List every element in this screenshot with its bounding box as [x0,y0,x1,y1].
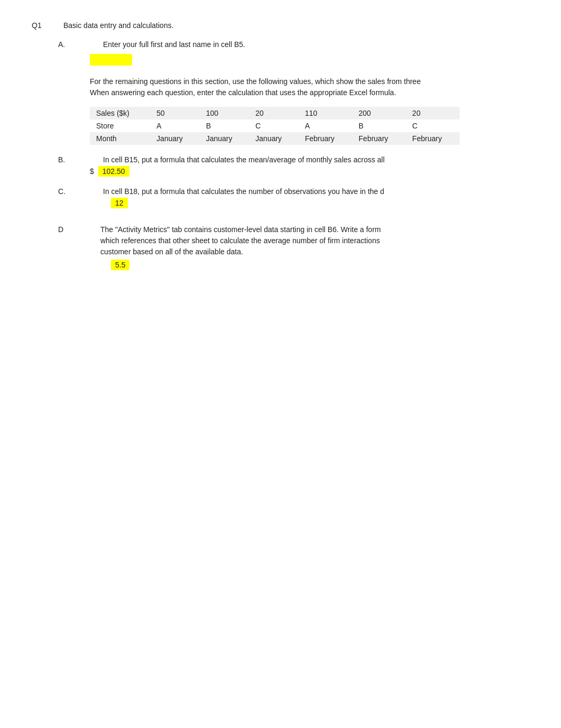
table-cell: 100 [200,107,249,119]
description-line2: When answering each question, enter the … [90,87,529,98]
part-a-highlight [90,54,132,66]
table-row-month: Month January January January February F… [90,132,460,145]
table-cell: B [200,119,249,132]
part-b-label: B. [58,155,71,164]
table-cell: B [352,119,406,132]
table-cell: February [406,132,460,145]
part-d-text: The "Activity Metrics" tab contains cust… [100,224,381,257]
table-label-month: Month [90,132,150,145]
part-c-value: 12 [111,198,128,208]
part-b-dollar: $ [90,167,94,176]
question-description: Basic data entry and calculations. [63,21,174,30]
part-a-row: A. Enter your full first and last name i… [32,40,529,49]
table-cell: February [298,132,352,145]
description-block: For the remaining questions in this sect… [32,76,529,98]
table-cell: A [150,119,200,132]
table-row-store: Store A B C A B C [90,119,460,132]
part-d-text-line3: customer based on all of the available d… [100,246,381,257]
question-number: Q1 [32,21,63,30]
table-label-store: Store [90,119,150,132]
table-cell: 110 [298,107,352,119]
table-cell: A [298,119,352,132]
table-row-sales: Sales ($k) 50 100 20 110 200 20 [90,107,460,119]
part-d-text-line2: which references that other sheet to cal… [100,235,381,246]
description-line1: For the remaining questions in this sect… [90,76,529,87]
table-cell: January [150,132,200,145]
part-c-label: C. [58,187,71,196]
table-cell: C [406,119,460,132]
table-cell: 20 [249,107,299,119]
table-cell: C [249,119,299,132]
part-b-value: 102.50 [98,166,129,177]
table-cell: January [249,132,299,145]
part-d-text-line1: The "Activity Metrics" tab contains cust… [100,224,381,235]
table-cell: 20 [406,107,460,119]
part-b-value-row: $ 102.50 [32,166,529,177]
table-cell: February [352,132,406,145]
table-cell: 200 [352,107,406,119]
part-b-text: In cell B15, put a formula that calculat… [103,155,385,164]
part-d-value: 5.5 [111,260,129,270]
part-c-text: In cell B18, put a formula that calculat… [103,187,384,196]
table-label-sales: Sales ($k) [90,107,150,119]
question-header: Q1 Basic data entry and calculations. [32,21,529,30]
table-cell: 50 [150,107,200,119]
part-a-text: Enter your full first and last name in c… [103,40,529,49]
data-table: Sales ($k) 50 100 20 110 200 20 Store A … [90,107,460,145]
table-cell: January [200,132,249,145]
part-d-label: D [58,225,69,234]
part-a-label: A. [58,40,71,49]
